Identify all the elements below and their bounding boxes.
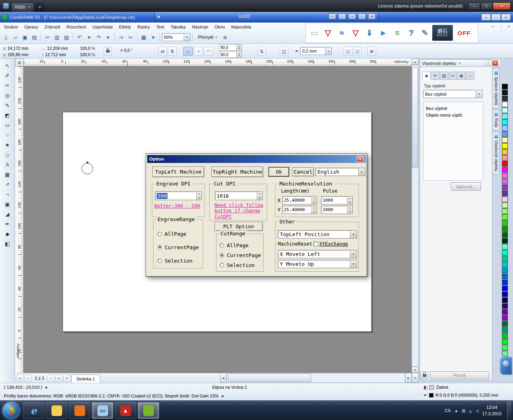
position-select[interactable]: TopLeft Position ▼ <box>278 230 357 238</box>
expand-icon[interactable]: ▶ <box>46 386 48 389</box>
side-tab-rady[interactable]: Rady <box>493 110 500 131</box>
object-properties-icon[interactable]: ▥ <box>353 47 362 56</box>
outline-tab[interactable]: ✒ <box>431 72 439 80</box>
palette-swatch-32[interactable] <box>502 274 508 279</box>
language-indicator[interactable]: CS <box>445 408 450 413</box>
palette-swatch-1[interactable] <box>502 90 508 95</box>
app-minimize-button[interactable]: ─ <box>481 14 491 21</box>
palette-swatch-15[interactable] <box>502 173 508 178</box>
palette-swatch-0[interactable] <box>502 84 508 89</box>
arc-start-field[interactable]: 90,0 <box>219 44 242 51</box>
radio-allpage[interactable]: AllPage <box>158 227 199 240</box>
mediaplayer-taskbar-button[interactable] <box>69 402 90 419</box>
palette-swatch-23[interactable] <box>502 220 508 226</box>
last-page-button[interactable]: » <box>55 375 63 382</box>
palette-swatch-28[interactable] <box>502 250 508 255</box>
mdi-restore-button[interactable]: ▫ <box>498 24 504 29</box>
scroll-thumb[interactable] <box>412 67 418 168</box>
desktop-gadget[interactable] <box>500 357 512 375</box>
palette-swatch-22[interactable] <box>502 214 508 220</box>
options-gear-icon[interactable]: ⊛ <box>221 33 230 42</box>
advanced-button[interactable]: Upřesnit... <box>451 182 481 191</box>
arc-mode-button[interactable]: ◠ <box>204 47 213 56</box>
tray-network-icon[interactable]: ⣦ <box>469 409 472 413</box>
zoom-tool[interactable]: ◎ <box>2 91 13 100</box>
dialog-titlebar[interactable]: Option × <box>147 155 366 163</box>
scroll-thumb[interactable] <box>228 374 311 382</box>
menu-rastry[interactable]: Rastry <box>134 25 153 29</box>
scroll-right-button[interactable]: ▶ <box>405 373 412 383</box>
palette-swatch-24[interactable] <box>502 226 508 232</box>
palette-swatch-6[interactable] <box>502 119 508 125</box>
blue-curve-icon[interactable]: ≈ <box>335 25 348 40</box>
menu-usporadat[interactable]: Uspořádat <box>89 25 116 29</box>
hand-pen-icon[interactable]: ✎ <box>418 25 431 40</box>
crop-tool[interactable]: ✂ <box>2 81 13 91</box>
palette-swatch-18[interactable] <box>502 191 508 196</box>
radio-currentpage[interactable]: CurrentPage <box>220 250 261 260</box>
x-pulse-spinner[interactable] <box>347 197 352 204</box>
palette-swatch-8[interactable] <box>502 131 508 137</box>
rotation-field[interactable]: 0,0 <box>124 48 130 53</box>
tray-expand-icon[interactable]: ▲ <box>454 409 458 413</box>
rdp-close-button[interactable]: × <box>348 13 356 19</box>
polygon-tool[interactable]: ★ <box>2 140 13 150</box>
app-close-button[interactable]: × <box>501 14 511 21</box>
scale-v-field[interactable]: 100,0 <box>80 52 90 57</box>
side-tab-vlastnosti-objektu[interactable]: Vlastnosti objektu <box>493 132 500 174</box>
palette-swatch-14[interactable] <box>502 167 508 172</box>
launcher-dropdown-icon[interactable]: ▾ <box>149 33 158 42</box>
import-icon[interactable]: ⇒ <box>117 33 125 42</box>
docker-close-button[interactable]: × <box>492 61 498 66</box>
language-select[interactable]: English ▼ <box>315 168 365 176</box>
open-icon[interactable]: ▱ <box>11 33 20 42</box>
outline-width-select[interactable]: 0,2 mm ▾ <box>300 47 332 55</box>
arc-direction-button[interactable]: ⇅ <box>257 47 266 56</box>
save-output-icon[interactable]: ⇓ <box>363 25 376 40</box>
vertical-scrollbar[interactable]: ▲ ▼ <box>412 59 418 373</box>
interactive-fill-tool[interactable]: ◧ <box>2 239 13 249</box>
lock-apply-button[interactable] <box>420 371 428 379</box>
redo-icon[interactable]: ↷ <box>94 33 103 42</box>
cut-dpi-note[interactable]: Need click follow button if change CutDP… <box>215 202 265 219</box>
palette-swatch-35[interactable] <box>502 291 508 297</box>
cut-dpi-field[interactable]: 1016 <box>215 191 262 200</box>
mdi-minimize-button[interactable]: ─ <box>490 24 496 29</box>
palette-swatch-45[interactable] <box>502 351 508 356</box>
dropdown-arrow-icon[interactable]: ▼ <box>350 231 357 238</box>
outline-pen-tool[interactable]: ✒ <box>2 219 13 229</box>
docker-header[interactable]: Vlastnosti objektu » ▫ × <box>420 60 500 67</box>
clock[interactable]: 13:54 17.3.2015 <box>482 404 502 417</box>
palette-swatch-25[interactable] <box>502 232 508 238</box>
palette-swatch-7[interactable] <box>502 125 508 131</box>
ellipse-tool[interactable]: ○ <box>2 130 13 140</box>
palette-swatch-43[interactable] <box>502 339 508 344</box>
menu-efekty[interactable]: Efekty <box>116 25 134 29</box>
wrap-text-button[interactable]: ◱ <box>280 47 289 56</box>
first-page-button[interactable]: « <box>17 375 24 382</box>
add-page-button[interactable]: + <box>63 375 70 382</box>
horizontal-ruler[interactable]: 2002040608010012014016018020022024026028… <box>24 59 412 66</box>
fill-type-select[interactable]: Bez výplně ▼ <box>423 90 483 98</box>
text-wrap-icon[interactable]: ▤ <box>344 47 352 56</box>
redo-dropdown-icon[interactable]: ▾ <box>104 33 112 42</box>
radio-selection[interactable]: Selection <box>158 254 199 267</box>
rdp-menu-icon[interactable]: ▾ <box>368 13 376 19</box>
expand-icon[interactable]: ▶ <box>222 394 224 398</box>
pick-tool[interactable]: ↖ <box>2 61 13 71</box>
palette-swatch-26[interactable] <box>502 238 508 244</box>
palette-swatch-40[interactable] <box>502 321 508 327</box>
start-button[interactable] <box>2 402 20 419</box>
ellipse-node-handle[interactable] <box>87 162 88 163</box>
palette-swatch-36[interactable] <box>502 297 508 303</box>
freehand-tool[interactable]: ✎ <box>2 100 13 110</box>
palette-swatch-30[interactable] <box>502 262 508 267</box>
palette-swatch-21[interactable] <box>502 208 508 214</box>
apply-button[interactable]: Použít <box>430 371 489 379</box>
palette-swatch-33[interactable] <box>502 280 508 285</box>
spinner[interactable] <box>236 45 241 50</box>
dropdown-arrow-icon[interactable]: ▼ <box>350 260 357 268</box>
rectangle-tool[interactable]: ▭ <box>2 120 13 130</box>
menu-soubor[interactable]: Soubor <box>1 25 21 29</box>
remote-desktop-taskbar-button[interactable]: ▭ <box>92 402 113 419</box>
